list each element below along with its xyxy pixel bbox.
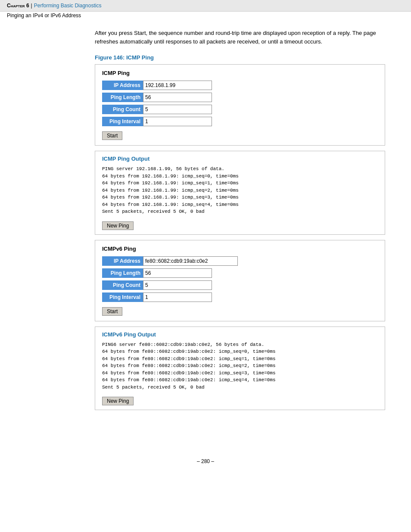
icmpv6-length-label: Ping Length (102, 268, 143, 278)
icmp-count-label: Ping Count (102, 105, 143, 114)
icmpv6-ip-row: IP Address (102, 256, 378, 266)
icmpv6-output-text: PING6 server fe80::6082:cdb9:19ab:c0e2, … (102, 341, 378, 391)
icmpv6-count-row: Ping Count (102, 280, 378, 290)
icmp-ip-label: IP Address (102, 81, 143, 90)
icmpv6-output-content: ICMPv6 Ping Output PING6 server fe80::60… (95, 327, 385, 410)
icmp-output-content: ICMP Ping Output PING server 192.168.1.9… (95, 151, 385, 234)
icmp-ping-title: ICMP Ping (102, 70, 378, 76)
icmpv6-new-ping-button[interactable]: New Ping (102, 397, 134, 405)
page-subheader: Pinging an IPv4 or IPv6 Address (0, 12, 411, 20)
figure-label: Figure 146: ICMP Ping (95, 54, 385, 61)
icmp-interval-input[interactable] (143, 117, 212, 126)
icmpv6-ping-form: ICMPv6 Ping IP Address Ping Length Ping … (95, 240, 385, 321)
icmpv6-start-button[interactable]: Start (102, 307, 122, 316)
icmpv6-interval-input[interactable] (143, 292, 212, 302)
icmp-output-title: ICMP Ping Output (102, 156, 378, 162)
intro-text: After you press Start, the sequence numb… (95, 29, 385, 46)
icmp-length-row: Ping Length (102, 93, 378, 102)
icmp-start-button[interactable]: Start (102, 131, 122, 140)
icmp-ping-panel: ICMP Ping IP Address Ping Length Ping Co… (95, 64, 385, 146)
icmp-count-input[interactable] (143, 105, 212, 114)
icmp-length-input[interactable] (143, 93, 212, 102)
icmp-output-text: PING server 192.168.1.99, 56 bytes of da… (102, 165, 378, 215)
page-footer: – 280 – (0, 450, 411, 473)
icmpv6-ip-label: IP Address (102, 256, 143, 266)
icmp-count-row: Ping Count (102, 105, 378, 114)
page-number: – 280 – (197, 458, 214, 464)
icmpv6-ping-title: ICMPv6 Ping (102, 246, 378, 252)
icmpv6-length-input[interactable] (143, 268, 212, 278)
icmp-new-ping-button[interactable]: New Ping (102, 221, 134, 230)
icmpv6-interval-label: Ping Interval (102, 292, 143, 302)
page-header: Chapter 6 | Performing Basic Diagnostics (0, 0, 411, 12)
chapter-title: Performing Basic Diagnostics (34, 3, 102, 9)
icmpv6-output-title: ICMPv6 Ping Output (102, 331, 378, 338)
icmpv6-output-panel: ICMPv6 Ping Output PING6 server fe80::60… (95, 327, 385, 411)
icmp-ip-input[interactable] (143, 81, 212, 90)
icmpv6-ping-panel: ICMPv6 Ping IP Address Ping Length Ping … (95, 240, 385, 321)
icmpv6-count-label: Ping Count (102, 280, 143, 290)
icmpv6-ip-input[interactable] (143, 256, 238, 266)
main-content: After you press Start, the sequence numb… (0, 20, 411, 424)
icmpv6-count-input[interactable] (143, 280, 212, 290)
icmp-interval-label: Ping Interval (102, 117, 143, 126)
chapter-label: Chapter 6 (7, 3, 29, 9)
icmp-length-label: Ping Length (102, 93, 143, 102)
chapter-separator: | (31, 3, 32, 9)
icmp-interval-row: Ping Interval (102, 117, 378, 126)
icmpv6-interval-row: Ping Interval (102, 292, 378, 302)
icmpv6-length-row: Ping Length (102, 268, 378, 278)
icmp-ping-form: ICMP Ping IP Address Ping Length Ping Co… (95, 65, 385, 145)
icmp-output-panel: ICMP Ping Output PING server 192.168.1.9… (95, 151, 385, 235)
icmp-ip-row: IP Address (102, 81, 378, 90)
